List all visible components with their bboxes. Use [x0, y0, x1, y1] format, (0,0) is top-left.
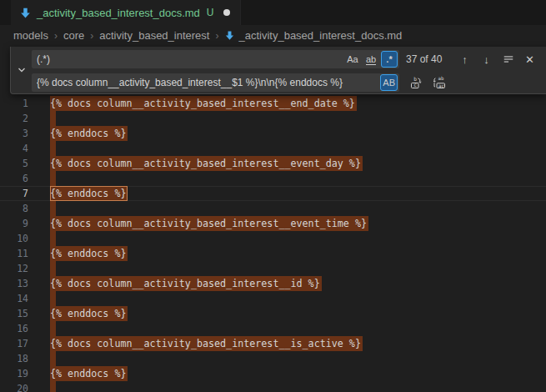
breadcrumb-file[interactable]: _activity_based_interest_docs.md	[238, 29, 402, 42]
line-number[interactable]: 3	[0, 126, 28, 141]
line-number[interactable]: 18	[0, 351, 28, 366]
code-line[interactable]: 7{% enddocs %}	[0, 186, 546, 201]
empty-line-find-match	[50, 231, 56, 246]
code-content	[50, 291, 546, 306]
find-match: {% docs column__activity_based_interest_…	[50, 336, 363, 351]
match-case-button[interactable]: Aa	[344, 51, 361, 68]
code-line[interactable]: 14	[0, 291, 546, 306]
find-in-selection-icon[interactable]	[499, 51, 517, 68]
previous-match-button[interactable]: ↑	[456, 51, 473, 68]
preserve-case-button[interactable]: AB	[380, 74, 398, 91]
toggle-replace-button[interactable]	[11, 47, 32, 93]
line-number[interactable]: 4	[0, 141, 28, 156]
svg-text:c: c	[413, 82, 417, 88]
line-number[interactable]: 14	[0, 291, 28, 306]
modified-indicator-dot[interactable]	[223, 9, 230, 16]
line-number[interactable]: 7	[0, 186, 28, 201]
find-match: {% enddocs %}	[50, 126, 128, 141]
whole-word-button[interactable]: ab	[363, 51, 379, 68]
code-content: {% enddocs %}	[50, 186, 546, 201]
find-query: (.*)	[37, 53, 344, 65]
line-number[interactable]: 13	[0, 276, 28, 291]
line-number[interactable]: 8	[0, 201, 28, 216]
code-content: {% docs column__activity_based_interest_…	[50, 276, 546, 291]
code-content	[50, 381, 546, 392]
regex-button[interactable]: .*	[381, 51, 398, 68]
breadcrumb-separator: ›	[215, 30, 218, 42]
line-number[interactable]: 12	[0, 261, 28, 276]
close-icon[interactable]: ✕	[521, 51, 538, 68]
empty-line-find-match	[50, 261, 56, 276]
replace-value: {% docs column__activity_based_interest_…	[37, 77, 380, 88]
empty-line-find-match	[50, 381, 56, 392]
line-number[interactable]: 2	[0, 111, 28, 126]
line-number[interactable]: 11	[0, 246, 28, 261]
empty-line-find-match	[50, 141, 56, 156]
code-line[interactable]: 2	[0, 111, 546, 126]
code-content	[50, 351, 546, 366]
svg-text:ac: ac	[438, 83, 444, 88]
code-content: {% docs column__activity_based_interest_…	[50, 156, 546, 171]
code-line[interactable]: 11{% enddocs %}	[0, 246, 546, 261]
code-content	[50, 261, 546, 276]
code-line[interactable]: 1{% docs column__activity_based_interest…	[0, 96, 546, 111]
code-line[interactable]: 15{% enddocs %}	[0, 306, 546, 321]
code-line[interactable]: 8	[0, 201, 546, 216]
empty-line-find-match	[50, 171, 56, 186]
code-line[interactable]: 4	[0, 141, 546, 156]
line-number[interactable]: 15	[0, 306, 28, 321]
find-input[interactable]: (.*) Aa ab .*	[32, 50, 399, 68]
code-content: {% enddocs %}	[50, 366, 546, 381]
code-content: {% enddocs %}	[50, 246, 546, 261]
code-line[interactable]: 9{% docs column__activity_based_interest…	[0, 216, 546, 231]
code-line[interactable]: 12	[0, 261, 546, 276]
svg-text:b: b	[413, 76, 417, 82]
breadcrumb-item-core[interactable]: core	[63, 29, 84, 42]
tab-bar: _activity_based_interest_docs.md U	[0, 0, 546, 25]
line-number[interactable]: 1	[0, 96, 28, 111]
code-content: {% enddocs %}	[50, 126, 546, 141]
current-find-match: {% enddocs %}	[50, 186, 128, 201]
line-number[interactable]: 19	[0, 366, 28, 381]
code-line[interactable]: 17{% docs column__activity_based_interes…	[0, 336, 546, 351]
code-line[interactable]: 10	[0, 231, 546, 246]
replace-input[interactable]: {% docs column__activity_based_interest_…	[32, 73, 399, 92]
find-match: {% docs column__activity_based_interest_…	[50, 276, 322, 291]
breadcrumb-item-models[interactable]: models	[13, 29, 48, 42]
replace-all-icon[interactable]: ab ac	[430, 74, 448, 92]
next-match-button[interactable]: ↓	[478, 51, 495, 68]
code-line[interactable]: 6	[0, 171, 546, 186]
code-content	[50, 321, 546, 336]
code-content: {% docs column__activity_based_interest_…	[50, 216, 546, 231]
tab-active-file[interactable]: _activity_based_interest_docs.md U	[11, 0, 241, 25]
line-number[interactable]: 17	[0, 336, 28, 351]
empty-line-find-match	[50, 201, 56, 216]
line-number[interactable]: 6	[0, 171, 28, 186]
code-line[interactable]: 19{% enddocs %}	[0, 366, 546, 381]
git-status-badge: U	[207, 7, 214, 18]
code-line[interactable]: 18	[0, 351, 546, 366]
editor-pane[interactable]: 1{% docs column__activity_based_interest…	[0, 46, 546, 392]
code-line[interactable]: 13{% docs column__activity_based_interes…	[0, 276, 546, 291]
empty-line-find-match	[50, 351, 56, 366]
find-match: {% docs column__activity_based_interest_…	[50, 216, 368, 231]
code-content	[50, 141, 546, 156]
markdown-file-icon	[224, 30, 235, 41]
find-match: {% enddocs %}	[50, 246, 128, 261]
line-number[interactable]: 9	[0, 216, 28, 231]
empty-line-find-match	[50, 321, 56, 336]
code-line[interactable]: 3{% enddocs %}	[0, 126, 546, 141]
code-line[interactable]: 5{% docs column__activity_based_interest…	[0, 156, 546, 171]
code-line[interactable]: 20	[0, 381, 546, 392]
line-number[interactable]: 10	[0, 231, 28, 246]
find-results-count: 37 of 40	[406, 53, 442, 65]
find-match: {% docs column__activity_based_interest_…	[50, 156, 363, 171]
svg-text:ab: ab	[438, 76, 443, 81]
replace-icon[interactable]: b c	[408, 74, 425, 92]
line-number[interactable]: 20	[0, 381, 28, 392]
breadcrumb-item-folder[interactable]: activity_based_interest	[99, 29, 209, 42]
line-number[interactable]: 5	[0, 156, 28, 171]
code-line[interactable]: 16	[0, 321, 546, 336]
line-number[interactable]: 16	[0, 321, 28, 336]
code-content: {% docs column__activity_based_interest_…	[50, 336, 546, 351]
